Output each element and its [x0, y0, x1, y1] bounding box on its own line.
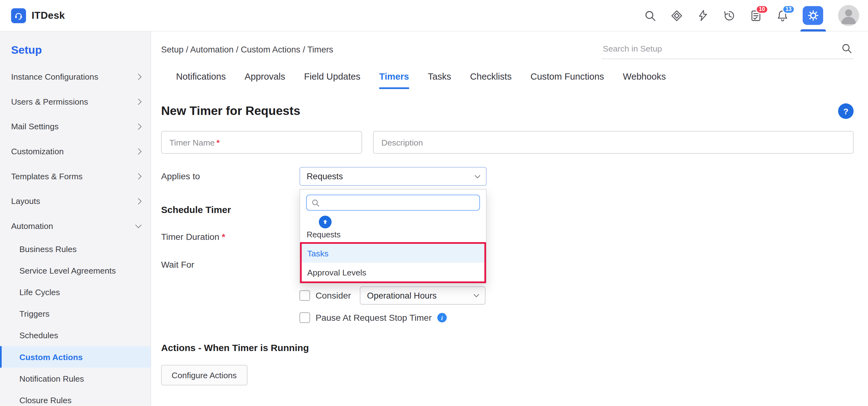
timer-name-placeholder: Timer Name — [169, 138, 215, 147]
sidebar-subitem-life-cycles[interactable]: Life Cycles — [0, 281, 151, 303]
sidebar-subitem-label: Life Cycles — [20, 287, 60, 297]
chevron-right-icon — [135, 73, 142, 80]
chevron-down-icon — [474, 292, 479, 297]
settings-gear-wrap — [803, 0, 823, 31]
chevron-right-icon — [135, 173, 142, 179]
survey-count-badge: 10 — [755, 5, 768, 13]
tab-tasks[interactable]: Tasks — [428, 71, 451, 89]
global-search-icon[interactable] — [644, 9, 657, 22]
sidebar-title: Setup — [0, 44, 151, 64]
app-window: ITDesk — [0, 0, 868, 406]
page-title: New Timer for Requests — [161, 104, 300, 119]
app-name: ITDesk — [32, 10, 65, 21]
sidebar-subitem-closure-rules[interactable]: Closure Rules — [0, 389, 151, 406]
sidebar-item-templates-forms[interactable]: Templates & Forms — [0, 164, 151, 189]
wait-for-label: Wait For — [161, 260, 854, 270]
dropdown-option-approval-levels[interactable]: Approval Levels — [302, 263, 484, 281]
consider-label: Consider — [315, 291, 351, 300]
tab-custom-functions[interactable]: Custom Functions — [530, 71, 604, 89]
tab-checklists[interactable]: Checklists — [470, 71, 512, 89]
search-icon — [841, 42, 852, 54]
applies-to-select[interactable]: Requests — [300, 167, 487, 186]
sidebar-item-customization[interactable]: Customization — [0, 139, 151, 164]
consider-checkbox[interactable] — [300, 290, 310, 301]
notification-count-badge: 13 — [782, 5, 795, 13]
survey-feedback-icon[interactable]: 10 — [749, 9, 762, 22]
operational-hours-select[interactable]: Operational Hours — [360, 286, 486, 304]
tab-approvals[interactable]: Approvals — [245, 71, 285, 89]
requests-module-icon — [319, 215, 332, 228]
sidebar-subitem-label: Triggers — [20, 309, 50, 318]
sidebar-subitem-custom-actions[interactable]: Custom Actions — [0, 346, 151, 368]
sidebar-item-layouts[interactable]: Layouts — [0, 189, 151, 214]
annotation-highlight: Tasks Approval Levels — [300, 242, 486, 283]
tab-webhooks[interactable]: Webhooks — [623, 71, 666, 89]
settings-gear-icon[interactable] — [803, 6, 823, 25]
sidebar-item-label: Customization — [11, 146, 63, 156]
configure-actions-button[interactable]: Configure Actions — [161, 365, 247, 385]
dropdown-search-field[interactable] — [306, 195, 480, 210]
timer-duration-label: Timer Duration * — [161, 232, 854, 242]
description-field[interactable] — [373, 131, 854, 154]
tab-bar: Notifications Approvals Field Updates Ti… — [161, 71, 854, 89]
timer-name-field[interactable]: Timer Name * — [161, 131, 362, 154]
sidebar-item-users-permissions[interactable]: Users & Permissions — [0, 89, 151, 114]
search-icon — [311, 198, 320, 207]
main-content: Setup / Automation / Custom Actions / Ti… — [151, 32, 868, 406]
setup-search-input[interactable] — [603, 44, 841, 53]
sidebar-subitem-business-rules[interactable]: Business Rules — [0, 238, 151, 260]
notifications-bell-icon[interactable]: 13 — [776, 9, 789, 22]
setup-search-field[interactable] — [601, 42, 854, 59]
explore-gem-icon[interactable] — [671, 9, 683, 22]
tab-field-updates[interactable]: Field Updates — [304, 71, 360, 89]
sidebar-item-label: Users & Permissions — [11, 97, 88, 106]
sidebar-item-label: Instance Configurations — [11, 72, 98, 81]
top-header: ITDesk — [0, 0, 868, 32]
dropdown-group-requests[interactable]: Requests — [300, 214, 486, 242]
setup-sidebar: Setup Instance Configurations Users & Pe… — [0, 32, 151, 406]
user-avatar[interactable] — [838, 5, 859, 26]
sidebar-subitem-service-level-agreements[interactable]: Service Level Agreements — [0, 260, 151, 281]
sidebar-subitem-label: Custom Actions — [20, 352, 83, 362]
applies-to-label: Applies to — [161, 171, 300, 181]
history-icon[interactable] — [723, 9, 736, 22]
quick-actions-lightning-icon[interactable] — [697, 9, 709, 22]
applies-to-dropdown-panel: Requests Tasks Approval Levels — [300, 189, 487, 283]
schedule-timer-heading: Schedule Timer — [161, 205, 854, 215]
pause-label: Pause At Request Stop Timer — [315, 313, 432, 323]
sidebar-item-instance-configurations[interactable]: Instance Configurations — [0, 64, 151, 89]
required-asterisk: * — [216, 138, 219, 147]
sidebar-item-automation[interactable]: Automation — [0, 213, 151, 238]
sidebar-subitem-triggers[interactable]: Triggers — [0, 303, 151, 325]
sidebar-item-label: Templates & Forms — [11, 171, 83, 181]
applies-to-value: Requests — [307, 171, 343, 181]
sidebar-subitem-label: Closure Rules — [20, 395, 72, 405]
help-icon[interactable]: ? — [838, 103, 854, 119]
tab-timers[interactable]: Timers — [379, 71, 409, 89]
dropdown-search-input[interactable] — [323, 198, 475, 207]
tab-notifications[interactable]: Notifications — [176, 71, 226, 89]
sidebar-item-mail-settings[interactable]: Mail Settings — [0, 114, 151, 139]
sidebar-subitem-notification-rules[interactable]: Notification Rules — [0, 368, 151, 389]
chevron-down-icon — [475, 172, 480, 178]
settings-active-indicator — [800, 29, 826, 31]
chevron-right-icon — [135, 123, 142, 130]
actions-running-heading: Actions - When Timer is Running — [161, 343, 854, 354]
sidebar-item-label: Automation — [11, 221, 53, 231]
timer-duration-text: Timer Duration — [161, 232, 219, 242]
chevron-right-icon — [135, 98, 142, 105]
app-logo-icon[interactable] — [11, 8, 26, 23]
sidebar-subitem-label: Schedules — [20, 331, 58, 340]
operational-hours-value: Operational Hours — [367, 291, 437, 300]
chevron-down-icon — [135, 222, 142, 228]
breadcrumb[interactable]: Setup / Automation / Custom Actions / Ti… — [161, 45, 333, 59]
dropdown-group-label: Requests — [307, 230, 479, 239]
header-icon-bar: 10 13 — [644, 0, 859, 31]
required-asterisk: * — [222, 232, 225, 242]
dropdown-option-tasks[interactable]: Tasks — [302, 244, 484, 263]
sidebar-subitem-label: Service Level Agreements — [20, 266, 116, 275]
pause-checkbox[interactable] — [300, 312, 310, 323]
chevron-right-icon — [135, 198, 142, 204]
sidebar-subitem-schedules[interactable]: Schedules — [0, 325, 151, 346]
info-icon[interactable]: i — [437, 313, 446, 322]
